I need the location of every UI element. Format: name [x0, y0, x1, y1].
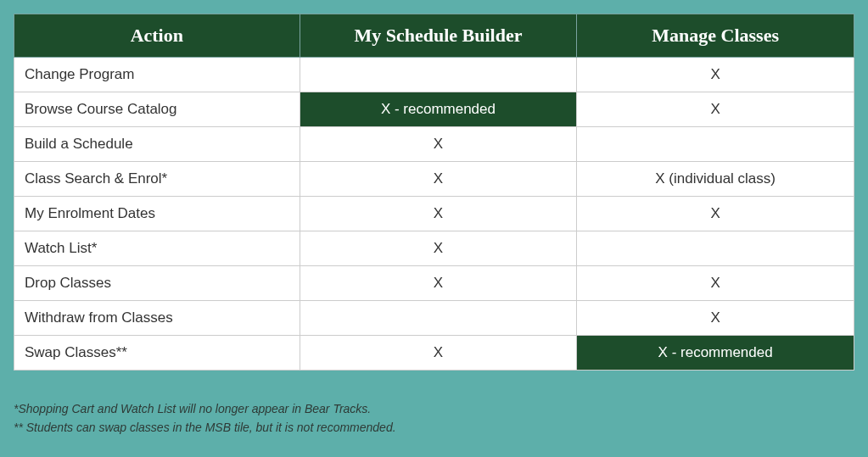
manage-classes-cell: X	[577, 58, 854, 92]
table-row: Withdraw from ClassesX	[14, 301, 854, 336]
manage-classes-cell: X	[577, 197, 854, 231]
table-row: Build a ScheduleX	[14, 127, 854, 162]
manage-classes-cell: X - recommended	[577, 336, 854, 371]
action-cell: Class Search & Enrol*	[14, 162, 300, 197]
table-row: Swap Classes**XX - recommended	[14, 336, 854, 371]
manage-classes-cell: X	[577, 92, 854, 127]
col-header-manage-classes: Manage Classes	[577, 14, 854, 58]
action-cell: Watch List*	[14, 231, 300, 266]
action-cell: Swap Classes**	[14, 336, 300, 371]
action-cell: Build a Schedule	[14, 127, 300, 162]
action-cell: Browse Course Catalog	[14, 92, 300, 127]
feature-comparison-table: Action My Schedule Builder Manage Classe…	[14, 14, 854, 371]
msb-cell	[300, 58, 577, 92]
msb-cell: X	[300, 127, 577, 162]
table-row: Change ProgramX	[14, 58, 854, 92]
msb-cell: X	[300, 162, 577, 197]
action-cell: Withdraw from Classes	[14, 301, 300, 336]
manage-classes-cell: X	[577, 266, 854, 301]
table-row: Class Search & Enrol*XX (individual clas…	[14, 162, 854, 197]
footnote-2: ** Students can swap classes in the MSB …	[14, 420, 854, 437]
msb-cell: X	[300, 197, 577, 231]
table-row: Drop ClassesXX	[14, 266, 854, 301]
table-row: Browse Course CatalogX - recommendedX	[14, 92, 854, 127]
manage-classes-cell: X (individual class)	[577, 162, 854, 197]
action-cell: Change Program	[14, 58, 300, 92]
msb-cell: X	[300, 336, 577, 371]
footnote-1: *Shopping Cart and Watch List will no lo…	[14, 401, 854, 418]
manage-classes-cell: X	[577, 301, 854, 336]
table-row: My Enrolment DatesXX	[14, 197, 854, 231]
msb-cell: X	[300, 231, 577, 266]
msb-cell: X	[300, 266, 577, 301]
col-header-action: Action	[14, 14, 300, 58]
footnotes: *Shopping Cart and Watch List will no lo…	[14, 401, 854, 436]
action-cell: My Enrolment Dates	[14, 197, 300, 231]
msb-cell: X - recommended	[300, 92, 577, 127]
manage-classes-cell	[577, 127, 854, 162]
msb-cell	[300, 301, 577, 336]
col-header-msb: My Schedule Builder	[300, 14, 577, 58]
table-header-row: Action My Schedule Builder Manage Classe…	[14, 14, 854, 58]
table-row: Watch List*X	[14, 231, 854, 266]
manage-classes-cell	[577, 231, 854, 266]
action-cell: Drop Classes	[14, 266, 300, 301]
